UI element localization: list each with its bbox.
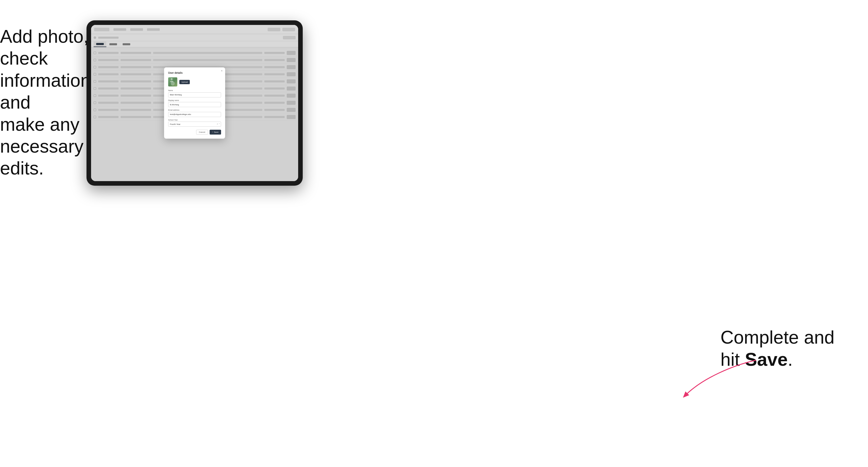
tablet-screen: User details × Upload — [91, 25, 298, 181]
save-label: Save — [214, 131, 219, 133]
svg-point-0 — [171, 78, 173, 80]
display-name-input[interactable] — [168, 102, 221, 107]
school-year-label: School Year — [168, 119, 221, 121]
name-input[interactable] — [168, 92, 221, 97]
save-button[interactable]: ↑ Save — [210, 130, 221, 134]
modal-title: User details — [168, 71, 221, 74]
tablet-device: User details × Upload — [87, 20, 303, 186]
email-input[interactable] — [168, 112, 221, 117]
school-year-form-group: School Year × ⌃ — [168, 119, 221, 127]
photo-section: Upload — [168, 77, 221, 87]
app-background: User details × Upload — [91, 25, 298, 181]
modal-close-button[interactable]: × — [221, 69, 223, 72]
select-arrow-icon[interactable]: ⌃ — [219, 123, 220, 125]
save-icon: ↑ — [212, 131, 213, 133]
email-form-group: Email address — [168, 109, 221, 117]
select-icons: × ⌃ — [217, 123, 220, 125]
select-clear-icon[interactable]: × — [217, 123, 218, 125]
upload-photo-button[interactable]: Upload — [179, 80, 190, 84]
cancel-button[interactable]: Cancel — [196, 130, 208, 134]
modal-footer: Cancel ↑ Save — [168, 130, 221, 134]
user-details-modal: User details × Upload — [164, 67, 225, 138]
person-silhouette — [170, 78, 176, 84]
name-form-group: Name — [168, 90, 221, 97]
display-name-label: Display name — [168, 99, 221, 101]
annotation-right: Complete and hit Save. — [720, 326, 853, 370]
modal-backdrop: User details × Upload — [91, 25, 298, 181]
school-year-input[interactable] — [168, 122, 221, 127]
email-label: Email address — [168, 109, 221, 111]
display-name-form-group: Display name — [168, 99, 221, 107]
school-year-select-wrapper: × ⌃ — [168, 121, 221, 127]
user-photo-thumb — [168, 77, 177, 87]
name-label: Name — [168, 90, 221, 91]
